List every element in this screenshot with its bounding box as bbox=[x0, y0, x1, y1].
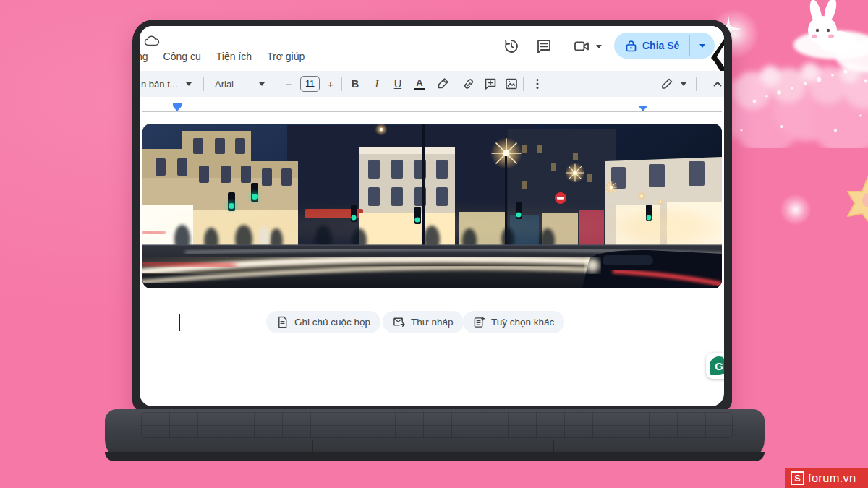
smart-chip-row: Ghi chú cuộc họp Thư nháp Tuỳ chọn khác bbox=[140, 311, 724, 333]
version-history-icon[interactable] bbox=[503, 38, 520, 55]
sforum-text: forum.vn bbox=[808, 471, 856, 485]
text-color-button[interactable]: A bbox=[412, 71, 427, 97]
right-indent-marker[interactable] bbox=[639, 103, 648, 111]
ruler bbox=[140, 97, 724, 113]
night-street-photo bbox=[142, 124, 722, 288]
share-dropdown-caret bbox=[699, 44, 705, 48]
chip-meeting-notes[interactable]: Ghi chú cuộc họp bbox=[266, 311, 380, 333]
highlight-color-button[interactable] bbox=[435, 71, 450, 97]
add-comment-button[interactable] bbox=[483, 71, 498, 97]
increase-font-size-button[interactable]: + bbox=[325, 71, 336, 97]
screenshot-root: { "window": { "menu_items": ["ng", "Công… bbox=[0, 0, 868, 488]
laptop-keyboard bbox=[141, 412, 733, 438]
italic-button[interactable]: I bbox=[370, 71, 384, 97]
grammarly-g-icon: G bbox=[710, 356, 724, 375]
font-selector[interactable]: Arial bbox=[215, 71, 234, 97]
yellow-star-decoration bbox=[839, 176, 868, 226]
editing-mode-caret[interactable] bbox=[681, 82, 686, 86]
share-button-main[interactable]: Chia Sẻ bbox=[614, 33, 689, 59]
menu-item-dinh-dang[interactable]: ng bbox=[140, 48, 150, 64]
menu-items: ng Công cụ Tiện ích Trợ giúp bbox=[140, 48, 306, 64]
paragraph-style-selector[interactable]: n bản t... bbox=[141, 71, 186, 97]
more-options-icon bbox=[473, 316, 485, 328]
decrease-font-size-button[interactable]: − bbox=[283, 71, 294, 97]
bunny-illustration bbox=[808, 0, 857, 53]
meeting-notes-icon bbox=[276, 316, 289, 328]
menu-item-cong-cu[interactable]: Công cụ bbox=[162, 48, 203, 64]
docs-toolbar: n bản t... Arial − 11 + B I U A bbox=[140, 71, 724, 97]
lock-icon bbox=[626, 40, 637, 52]
comments-icon[interactable] bbox=[535, 38, 553, 55]
menu-item-tien-ich[interactable]: Tiện ích bbox=[215, 48, 253, 64]
font-size-input[interactable]: 11 bbox=[300, 76, 320, 92]
insert-link-button[interactable] bbox=[461, 71, 476, 97]
share-button[interactable]: Chia Sẻ bbox=[614, 33, 715, 59]
style-dropdown-caret[interactable] bbox=[186, 82, 192, 86]
drive-saved-cloud-icon bbox=[144, 35, 160, 48]
editing-mode-button[interactable] bbox=[660, 71, 674, 97]
email-draft-icon bbox=[393, 316, 405, 328]
sforum-watermark: S forum.vn bbox=[785, 468, 868, 488]
insert-image-button[interactable] bbox=[504, 71, 519, 97]
laptop-screen: ng Công cụ Tiện ích Trợ giúp bbox=[140, 26, 724, 406]
chip-email-draft[interactable]: Thư nháp bbox=[383, 311, 464, 333]
sforum-s-logo: S bbox=[791, 471, 804, 485]
docs-menubar: ng Công cụ Tiện ích Trợ giúp bbox=[140, 26, 724, 71]
document-inline-image[interactable] bbox=[142, 124, 722, 288]
bold-button[interactable]: B bbox=[348, 71, 362, 97]
hide-menus-button[interactable] bbox=[710, 71, 724, 97]
video-call-icon[interactable] bbox=[573, 38, 590, 55]
laptop-base bbox=[105, 409, 765, 461]
video-call-dropdown-caret[interactable] bbox=[596, 45, 602, 48]
chip-label: Ghi chú cuộc họp bbox=[294, 317, 370, 328]
underline-button[interactable]: U bbox=[391, 71, 405, 97]
menu-item-tro-giup[interactable]: Trợ giúp bbox=[265, 48, 306, 64]
share-button-label: Chia Sẻ bbox=[642, 40, 679, 51]
left-indent-marker[interactable] bbox=[173, 103, 182, 111]
font-dropdown-caret[interactable] bbox=[259, 82, 265, 86]
chip-label: Tuỳ chọn khác bbox=[491, 317, 554, 328]
more-toolbar-options-button[interactable] bbox=[530, 71, 545, 97]
sparkle-glow bbox=[780, 194, 812, 226]
chip-more-options[interactable]: Tuỳ chọn khác bbox=[463, 311, 564, 333]
grammarly-badge[interactable]: G bbox=[706, 353, 724, 379]
chip-label: Thư nháp bbox=[411, 317, 454, 328]
